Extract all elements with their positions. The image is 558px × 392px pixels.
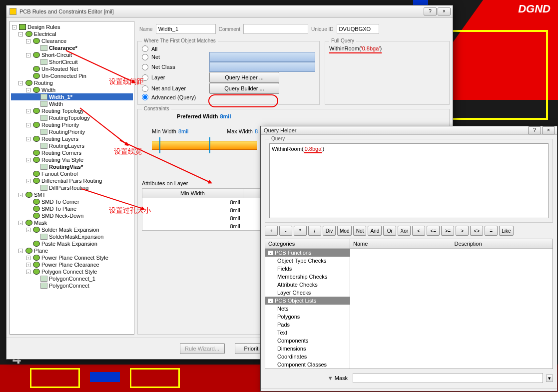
tree-node[interactable]: RoutingPriority bbox=[11, 128, 133, 135]
tree-node[interactable]: Paste Mask Expansion bbox=[11, 240, 133, 247]
op-button-[interactable]: - bbox=[279, 226, 292, 236]
categories-list[interactable]: -PCB FunctionsObject Type ChecksFieldsMe… bbox=[265, 249, 350, 369]
tree-node[interactable]: SolderMaskExpansion bbox=[11, 233, 133, 240]
tree-node[interactable]: Width_1* bbox=[11, 93, 133, 100]
op-button-div[interactable]: Div bbox=[323, 226, 336, 236]
name-column-header[interactable]: Name bbox=[350, 239, 452, 249]
radio-net-class[interactable] bbox=[142, 64, 148, 70]
mask-input[interactable] bbox=[353, 373, 543, 383]
tree-node[interactable]: RoutingTopology bbox=[11, 114, 133, 121]
desc-column-header[interactable]: Description bbox=[452, 239, 553, 249]
qh-help-button[interactable]: ? bbox=[528, 126, 541, 134]
radio-net[interactable] bbox=[142, 54, 148, 60]
category-item[interactable]: Text bbox=[265, 329, 350, 337]
tree-node[interactable]: SMD To Plane bbox=[11, 205, 133, 212]
op-button-[interactable]: <> bbox=[470, 226, 483, 236]
op-button-mod[interactable]: Mod bbox=[337, 226, 352, 236]
tree-node[interactable]: -Plane bbox=[11, 247, 133, 254]
category-item[interactable]: Components bbox=[265, 337, 350, 345]
category-item[interactable]: Coordinates bbox=[265, 353, 350, 361]
tree-node[interactable]: -Width bbox=[11, 86, 133, 93]
tree-node[interactable]: Un-Connected Pin bbox=[11, 72, 133, 79]
tree-node[interactable]: -Polygon Connect Style bbox=[11, 268, 133, 275]
category-item[interactable]: Layer Checks bbox=[265, 289, 350, 297]
tree-node[interactable]: Routing Corners bbox=[11, 149, 133, 156]
tree-node[interactable]: SMD Neck-Down bbox=[11, 212, 133, 219]
tree-node[interactable]: -Routing Layers bbox=[11, 135, 133, 142]
tree-node[interactable]: +Power Plane Clearance bbox=[11, 261, 133, 268]
tree-node[interactable]: -Design Rules bbox=[11, 23, 133, 30]
category-item[interactable]: Attribute Checks bbox=[265, 281, 350, 289]
tree-node[interactable]: Clearance* bbox=[11, 44, 133, 51]
category-item[interactable]: Pads bbox=[265, 321, 350, 329]
category-item[interactable]: Component Classes bbox=[265, 361, 350, 369]
tree-node[interactable]: -Short-Circuit bbox=[11, 51, 133, 58]
tree-node[interactable]: -Routing Priority bbox=[11, 121, 133, 128]
query-helper-button[interactable]: Query Helper ... bbox=[209, 72, 279, 83]
col-minwidth[interactable]: Min Width bbox=[142, 189, 243, 198]
radio-all[interactable] bbox=[142, 45, 148, 52]
help-button[interactable]: ? bbox=[424, 7, 437, 15]
radio-layer[interactable] bbox=[142, 74, 148, 81]
category-item[interactable]: Nets bbox=[265, 305, 350, 313]
op-button-[interactable]: < bbox=[412, 226, 425, 236]
op-button-[interactable]: > bbox=[456, 226, 469, 236]
close-button[interactable]: × bbox=[438, 7, 451, 15]
tree-node[interactable]: PolygonConnect bbox=[11, 282, 133, 289]
tree-node[interactable]: -Solder Mask Expansion bbox=[11, 226, 133, 233]
op-button-[interactable]: / bbox=[308, 226, 321, 236]
radio-advanced-query-[interactable] bbox=[142, 94, 148, 100]
rules-tree[interactable]: -Design Rules-Electrical-ClearanceCleara… bbox=[9, 21, 134, 335]
op-button-[interactable]: <= bbox=[427, 226, 440, 236]
op-button-[interactable]: * bbox=[294, 226, 307, 236]
op-button-[interactable]: = bbox=[485, 226, 498, 236]
tree-node[interactable]: -Mask bbox=[11, 219, 133, 226]
combo-2[interactable] bbox=[209, 62, 315, 72]
uniqueid-input[interactable] bbox=[337, 24, 379, 34]
category-item[interactable]: Dimensions bbox=[265, 345, 350, 353]
category-item[interactable]: Membership Checks bbox=[265, 273, 350, 281]
combo-1[interactable] bbox=[209, 52, 315, 62]
tree-node[interactable]: Width bbox=[11, 100, 133, 107]
tree-node[interactable]: Fanout Control bbox=[11, 170, 133, 177]
op-button-and[interactable]: And bbox=[368, 226, 382, 236]
tree-node[interactable]: ShortCircuit bbox=[11, 58, 133, 65]
tree-node[interactable]: RoutingVias* bbox=[11, 163, 133, 170]
category-item[interactable]: Polygons bbox=[265, 313, 350, 321]
op-button-or[interactable]: Or bbox=[383, 226, 396, 236]
category-group[interactable]: -PCB Functions bbox=[265, 249, 350, 257]
tree-node[interactable]: -Electrical bbox=[11, 30, 133, 37]
query-editor[interactable]: WithinRoom('0.8bga') bbox=[269, 143, 549, 218]
comment-input[interactable] bbox=[243, 24, 308, 34]
expand-icon[interactable]: - bbox=[268, 251, 273, 255]
op-button-like[interactable]: Like bbox=[499, 226, 513, 236]
tree-node[interactable]: PolygonConnect_1 bbox=[11, 275, 133, 282]
category-item[interactable]: Fields bbox=[265, 265, 350, 273]
op-button-not[interactable]: Not bbox=[353, 226, 366, 236]
tree-node[interactable]: DiffPairsRouting bbox=[11, 184, 133, 191]
tree-node[interactable]: -Differential Pairs Routing bbox=[11, 177, 133, 184]
category-item[interactable]: Object Type Checks bbox=[265, 257, 350, 265]
expand-icon[interactable]: - bbox=[268, 299, 273, 303]
tree-node[interactable]: SMD To Corner bbox=[11, 198, 133, 205]
categories-header[interactable]: Categories bbox=[265, 239, 350, 249]
query-builder-button[interactable]: Query Builder ... bbox=[209, 83, 279, 94]
tree-node[interactable]: -Routing Topology bbox=[11, 107, 133, 114]
qh-close-button[interactable]: × bbox=[542, 126, 555, 134]
titlebar[interactable]: PCB Rules and Constraints Editor [mil] ?… bbox=[6, 5, 453, 18]
radio-net-and-layer[interactable] bbox=[142, 85, 148, 92]
qh-titlebar[interactable]: Query Helper ? × bbox=[261, 126, 557, 135]
tree-node[interactable]: -Clearance bbox=[11, 37, 133, 44]
op-button-xor[interactable]: Xor bbox=[398, 226, 411, 236]
tree-node[interactable]: -Routing Via Style bbox=[11, 156, 133, 163]
op-button-[interactable]: >= bbox=[441, 226, 454, 236]
tree-node[interactable]: Un-Routed Net bbox=[11, 65, 133, 72]
category-group[interactable]: -PCB Object Lists bbox=[265, 297, 350, 305]
mask-dropdown-icon[interactable]: ▾ bbox=[546, 375, 553, 382]
tree-node[interactable]: +Power Plane Connect Style bbox=[11, 254, 133, 261]
tree-node[interactable]: -SMT bbox=[11, 191, 133, 198]
tree-node[interactable]: -Routing bbox=[11, 79, 133, 86]
tree-node[interactable]: RoutingLayers bbox=[11, 142, 133, 149]
op-button-[interactable]: + bbox=[265, 226, 278, 236]
name-input[interactable] bbox=[156, 24, 216, 34]
